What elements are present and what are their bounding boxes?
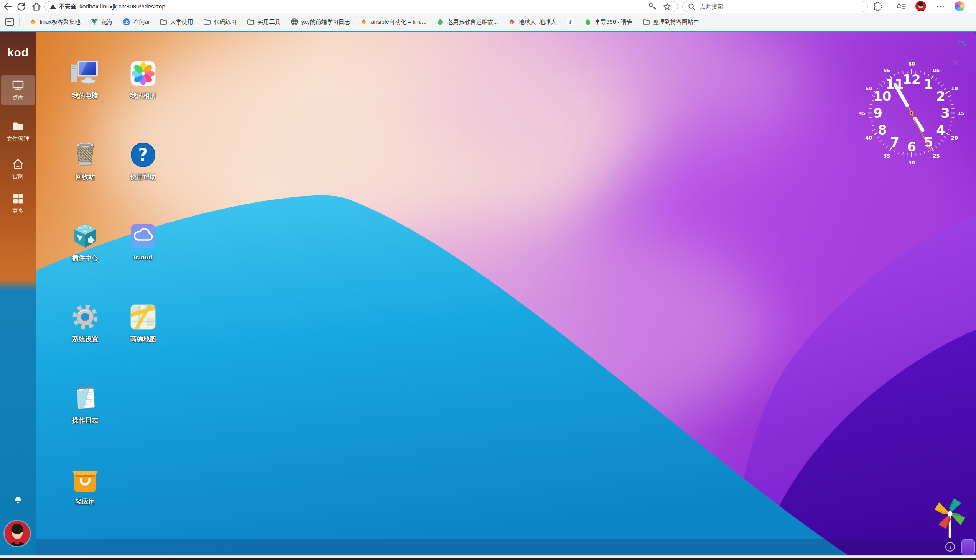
extensions-button[interactable] <box>872 1 884 12</box>
desktop-icon-使用帮助[interactable]: ?使用帮助 <box>118 139 168 181</box>
bookmark-item[interactable]: yxy的前端学习日志 <box>286 15 355 28</box>
sidebar-item-更多[interactable]: 更多 <box>1 188 35 218</box>
yuque-icon <box>584 18 592 26</box>
key-icon[interactable] <box>648 2 657 11</box>
desktop-icon-我的电脑[interactable]: 我的电脑 <box>60 57 110 100</box>
desktop-taskbar[interactable] <box>36 538 976 555</box>
folder-outline-icon <box>642 18 650 26</box>
user-avatar[interactable] <box>5 521 30 546</box>
widget-close-icon[interactable]: × <box>952 56 959 69</box>
svg-text:1: 1 <box>924 76 933 92</box>
show-desktop-button[interactable] <box>961 539 975 555</box>
desktop-icon-我的相册[interactable]: 我的相册 <box>118 57 168 100</box>
desktop-area[interactable]: 我的电脑我的相册回收站?使用帮助插件中心icloud系统设置高德地图操作日志轻应… <box>36 31 976 555</box>
search-box[interactable]: 点此搜索 <box>682 1 868 12</box>
bookmark-item[interactable]: linux极客聚集地 <box>24 15 85 28</box>
zaiwen-icon: z <box>123 18 130 26</box>
copilot-icon[interactable] <box>954 1 965 12</box>
desktop-icon-label: 我的电脑 <box>72 91 98 100</box>
bookmark-label: 代码练习 <box>214 18 237 26</box>
browser-menu-button[interactable] <box>934 1 946 12</box>
svg-text:4: 4 <box>936 122 945 138</box>
desktop-icon-label: icloud <box>133 254 153 262</box>
desktop-icon-插件中心[interactable]: 插件中心 <box>60 220 110 263</box>
bookmark-item[interactable]: z在问ai <box>118 15 155 28</box>
plugin-center-icon <box>60 220 110 252</box>
desktop-icon-icloud[interactable]: icloud <box>118 220 168 262</box>
sidebar-item-label: 桌面 <box>1 94 35 102</box>
svg-text:55: 55 <box>883 67 890 73</box>
svg-text:35: 35 <box>883 153 890 159</box>
home-button[interactable] <box>31 1 42 12</box>
icloud-icon <box>118 220 168 252</box>
desktop-icon-label: 高德地图 <box>130 335 156 343</box>
sidebar-toggle-button[interactable] <box>3 15 16 28</box>
refresh-button[interactable] <box>15 1 27 12</box>
desktop-icon-系统设置[interactable]: 系统设置 <box>60 301 110 343</box>
bookmark-label: 整理到博客网站中 <box>653 18 699 26</box>
screen-bottom-strip <box>0 558 976 560</box>
back-icon <box>4 3 12 10</box>
desktop-icon-操作日志[interactable]: 操作日志 <box>60 382 110 425</box>
fire-icon <box>29 18 37 26</box>
bell-icon <box>13 496 23 505</box>
favorite-star-icon[interactable] <box>663 2 671 11</box>
favorites-hub-button[interactable] <box>895 1 906 12</box>
fire-icon <box>360 18 368 26</box>
bookmark-item[interactable]: 老男孩教育运维故... <box>431 15 503 28</box>
bookmark-item[interactable]: 花海 <box>85 15 118 28</box>
bookmarks-bar: linux极客聚集地花海z在问ai大学使用代码练习实用工具yxy的前端学习日志a… <box>0 13 976 31</box>
bookmark-item[interactable]: 地球人_地球人 <box>503 15 561 28</box>
grid-icon <box>1 192 35 205</box>
notification-bell-button[interactable] <box>0 496 36 505</box>
svg-text:?: ? <box>138 145 148 165</box>
svg-text:40: 40 <box>865 135 872 141</box>
svg-text:05: 05 <box>933 67 939 73</box>
bookmark-label: 李导996 · 语雀 <box>595 18 632 26</box>
question-icon: ? <box>566 18 574 26</box>
back-button[interactable] <box>2 1 13 12</box>
svg-text:25: 25 <box>933 153 939 159</box>
clock-widget[interactable]: 123456789101112 051015202530354045505560 <box>854 56 969 170</box>
sidebar-item-label: 官网 <box>1 173 35 180</box>
bookmark-item[interactable]: ? <box>561 15 579 28</box>
flame-red-icon <box>508 18 516 26</box>
sidebar-item-文件管理[interactable]: 文件管理 <box>1 116 35 147</box>
kod-logo: kod <box>0 46 36 59</box>
bookmark-item[interactable]: 代码练习 <box>198 15 242 28</box>
bookmark-item[interactable]: 整理到博客网站中 <box>637 15 704 28</box>
bookmark-item[interactable]: ansible自动化 – linu... <box>355 15 431 28</box>
desktop-icon-label: 插件中心 <box>72 254 98 263</box>
svg-text:3: 3 <box>941 105 950 121</box>
search-icon <box>688 3 695 10</box>
bookmark-item[interactable]: 李导996 · 语雀 <box>579 15 637 28</box>
desktop-icon-回收站[interactable]: 回收站 <box>60 139 110 181</box>
desktop-icon-高德地图[interactable]: 高德地图 <box>118 301 168 343</box>
bookmark-label: 大学使用 <box>170 18 193 26</box>
sidebar-item-桌面[interactable]: 桌面 <box>1 75 35 105</box>
analog-clock: 123456789101112 051015202530354045505560 <box>854 56 969 170</box>
svg-text:10: 10 <box>951 85 958 91</box>
bookmark-label: 在问ai <box>133 18 150 26</box>
log-icon <box>60 382 110 414</box>
folder-outline-icon <box>247 18 255 26</box>
bookmark-item[interactable]: 大学使用 <box>155 15 198 28</box>
bookmark-item[interactable]: 实用工具 <box>242 15 286 28</box>
desktop-icon-轻应用[interactable]: 轻应用 <box>60 463 110 506</box>
svg-text:20: 20 <box>951 135 958 141</box>
address-bar[interactable]: 不安全 kodbox.linuxjk.cn:8080/#desktop <box>45 1 678 12</box>
browser-profile-avatar[interactable] <box>915 1 926 12</box>
bookmarks-divider <box>19 18 20 26</box>
svg-text:15: 15 <box>958 110 964 116</box>
folder-outline-icon <box>160 18 167 26</box>
folder-outline-icon <box>203 18 211 26</box>
home-icon <box>1 158 35 170</box>
svg-text:6: 6 <box>907 139 916 155</box>
info-icon[interactable]: i <box>945 542 955 552</box>
sidebar-item-label: 更多 <box>1 207 35 215</box>
svg-text:9: 9 <box>873 105 883 121</box>
sidebar-item-官网[interactable]: 官网 <box>1 153 35 184</box>
url-text: kodbox.linuxjk.cn:8080/#desktop <box>79 3 648 10</box>
bookmark-label: 地球人_地球人 <box>519 18 556 26</box>
monitor-icon <box>1 79 35 92</box>
